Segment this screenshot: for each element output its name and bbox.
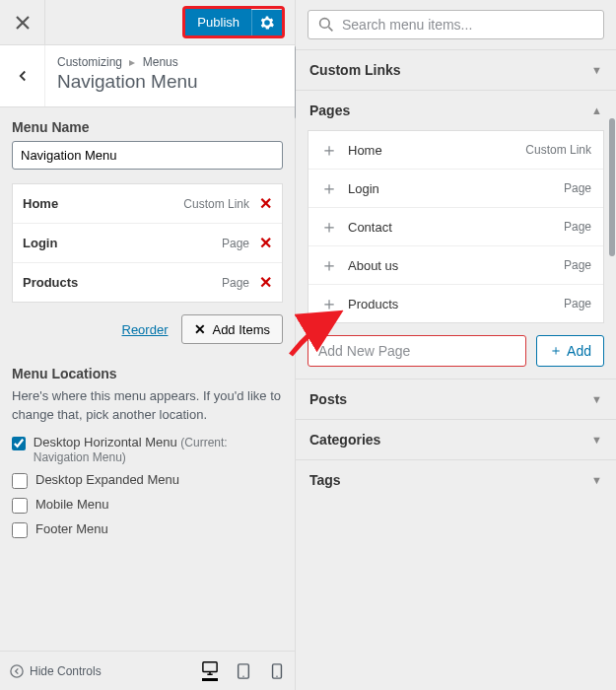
svg-point-0 <box>11 664 23 676</box>
page-type: Page <box>564 220 591 234</box>
search-input[interactable] <box>342 17 593 33</box>
chevron-down-icon: ▼ <box>591 474 602 486</box>
pages-list: ＋Home Custom Link ＋Login Page ＋Contact P… <box>308 130 604 323</box>
svg-rect-1 <box>203 662 217 672</box>
close-icon <box>16 16 30 30</box>
breadcrumb: Customizing ▸ Menus <box>57 55 281 69</box>
plus-icon: ＋ <box>320 218 338 236</box>
plus-icon: ＋ <box>320 179 338 197</box>
section-label: Categories <box>309 432 380 448</box>
location-checkbox[interactable] <box>12 473 28 489</box>
location-label: Mobile Menu <box>35 497 108 512</box>
location-label: Desktop Expanded Menu <box>35 472 179 487</box>
gear-icon <box>260 16 274 30</box>
menu-locations-description: Here's where this menu appears. If you'd… <box>12 387 283 425</box>
chevron-down-icon: ▼ <box>591 64 602 76</box>
menu-item-label: Products <box>23 275 78 290</box>
svg-point-5 <box>276 675 277 676</box>
menu-item-type: Custom Link <box>183 197 249 211</box>
menu-item-row[interactable]: Login Page ✕ <box>13 224 282 263</box>
plus-icon: ＋ <box>320 295 338 312</box>
section-posts[interactable]: Posts ▼ <box>296 379 616 419</box>
page-label: Contact <box>348 220 392 235</box>
page-title: Navigation Menu <box>57 71 281 93</box>
page-label: Login <box>348 181 379 196</box>
location-checkbox[interactable] <box>12 522 28 538</box>
section-tags[interactable]: Tags ▼ <box>296 459 616 500</box>
plus-icon: ＋ <box>320 141 338 159</box>
location-label: Footer Menu <box>35 521 108 536</box>
add-new-page-button[interactable]: ＋ Add <box>536 335 604 367</box>
desktop-icon <box>202 660 218 676</box>
add-items-button[interactable]: ✕ Add Items <box>181 314 283 344</box>
device-desktop-button[interactable] <box>202 660 218 681</box>
page-type: Page <box>564 181 591 195</box>
scrollbar[interactable] <box>609 118 615 256</box>
add-items-label: Add Items <box>212 322 270 337</box>
svg-point-3 <box>242 675 243 676</box>
section-categories[interactable]: Categories ▼ <box>296 419 616 459</box>
remove-icon[interactable]: ✕ <box>259 194 272 213</box>
hide-controls-label: Hide Controls <box>30 664 102 678</box>
chevron-down-icon: ▼ <box>591 393 602 405</box>
add-new-page-input[interactable] <box>308 335 526 367</box>
menu-item-row[interactable]: Home Custom Link ✕ <box>13 184 282 224</box>
chevron-down-icon: ▼ <box>591 434 602 446</box>
chevron-left-icon <box>17 70 29 82</box>
menu-item-type: Page <box>222 237 249 250</box>
location-checkbox-row[interactable]: Mobile Menu <box>12 497 283 514</box>
remove-icon[interactable]: ✕ <box>259 234 272 252</box>
breadcrumb-root: Customizing <box>57 55 122 69</box>
collapse-icon <box>10 664 24 678</box>
search-icon <box>318 17 334 33</box>
breadcrumb-parent: Menus <box>143 55 178 69</box>
location-checkbox[interactable] <box>12 436 26 451</box>
close-button[interactable] <box>0 0 45 45</box>
publish-settings-button[interactable] <box>251 10 282 35</box>
svg-point-6 <box>320 19 330 29</box>
page-item[interactable]: ＋Login Page <box>308 170 603 208</box>
section-custom-links[interactable]: Custom Links ▼ <box>296 49 616 90</box>
publish-button[interactable]: Publish <box>185 9 251 35</box>
page-type: Page <box>564 297 591 310</box>
page-type: Custom Link <box>525 143 591 157</box>
page-label: Products <box>348 297 398 311</box>
reorder-link[interactable]: Reorder <box>122 322 169 337</box>
close-icon: ✕ <box>194 321 206 337</box>
device-tablet-button[interactable] <box>236 663 251 679</box>
mobile-icon <box>269 663 285 679</box>
back-button[interactable] <box>0 45 45 106</box>
location-checkbox-row[interactable]: Footer Menu <box>12 521 283 538</box>
publish-highlight: Publish <box>182 6 285 38</box>
page-item[interactable]: ＋Home Custom Link <box>308 131 603 170</box>
chevron-up-icon: ▲ <box>591 104 602 116</box>
menu-item-label: Login <box>23 236 57 250</box>
location-checkbox-row[interactable]: Desktop Horizontal Menu (Current: Naviga… <box>12 435 283 464</box>
page-item[interactable]: ＋Contact Page <box>308 208 603 246</box>
page-item[interactable]: ＋About us Page <box>308 246 603 285</box>
plus-icon: ＋ <box>549 342 563 360</box>
location-label: Desktop Horizontal Menu <box>34 435 177 449</box>
menu-name-input[interactable] <box>12 141 283 170</box>
device-mobile-button[interactable] <box>269 663 285 679</box>
chevron-right-icon: ▸ <box>129 55 135 69</box>
page-label: About us <box>348 258 398 273</box>
section-label: Tags <box>309 472 341 488</box>
section-pages[interactable]: Pages ▲ <box>296 90 616 130</box>
location-checkbox[interactable] <box>12 498 28 514</box>
menu-name-label: Menu Name <box>12 119 283 135</box>
page-item[interactable]: ＋Products Page <box>308 285 603 322</box>
hide-controls-button[interactable]: Hide Controls <box>10 664 102 678</box>
add-button-label: Add <box>567 343 591 359</box>
menu-items-list: Home Custom Link ✕ Login Page ✕ Products <box>12 183 283 303</box>
section-label: Pages <box>309 103 350 118</box>
page-label: Home <box>348 143 382 158</box>
search-box[interactable] <box>308 10 604 39</box>
remove-icon[interactable]: ✕ <box>259 273 272 292</box>
plus-icon: ＋ <box>320 256 338 274</box>
menu-item-label: Home <box>23 196 58 211</box>
tablet-icon <box>236 663 251 679</box>
menu-item-row[interactable]: Products Page ✕ <box>13 263 282 302</box>
section-label: Custom Links <box>309 62 401 78</box>
location-checkbox-row[interactable]: Desktop Expanded Menu <box>12 472 283 489</box>
